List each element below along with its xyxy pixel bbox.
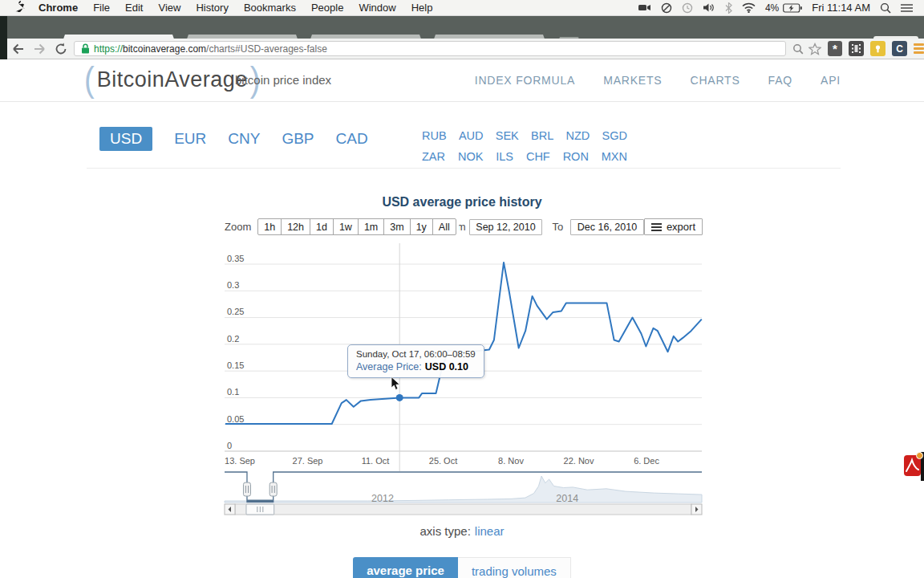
extension-colorzilla-icon[interactable]: C [892, 41, 907, 56]
menu-chrome[interactable]: Chrome [38, 2, 78, 14]
currency-link-sgd[interactable]: SGD [602, 129, 627, 142]
zoom-button-all[interactable]: All [432, 218, 456, 235]
currency-link-aud[interactable]: AUD [459, 129, 484, 142]
y-axis-label: 0 [227, 441, 232, 450]
zoom-button-1y[interactable]: 1y [410, 218, 433, 235]
currency-tab-gbp[interactable]: GBP [282, 130, 314, 148]
zoom-button-1d[interactable]: 1d [310, 218, 334, 235]
browser-tab-strip: BUSD charts | BitcoinAverag×BUSD charts … [0, 16, 924, 39]
menu-file[interactable]: File [93, 2, 110, 14]
currency-link-nzd[interactable]: NZD [565, 129, 590, 142]
currency-link-nok[interactable]: NOK [458, 150, 483, 163]
currency-link-mxn[interactable]: MXN [602, 150, 627, 163]
currency-tab-eur[interactable]: EUR [174, 130, 206, 148]
pdf-dock[interactable] [904, 452, 924, 481]
forward-button[interactable] [33, 43, 47, 55]
navigator-handle-right[interactable] [270, 482, 277, 496]
chrome-menu-button[interactable] [914, 43, 924, 54]
menu-clock[interactable]: Fri 11:14 AM [812, 2, 870, 14]
site-nav: INDEX FORMULAMARKETSCHARTSFAQAPI [475, 74, 841, 87]
currency-link-brl[interactable]: BRL [531, 129, 553, 142]
zoom-button-3m[interactable]: 3m [383, 218, 410, 235]
nav-api[interactable]: API [821, 74, 841, 87]
menu-help[interactable]: Help [411, 2, 433, 14]
currency-tab-cad[interactable]: CAD [336, 130, 368, 148]
currency-link-sek[interactable]: SEK [496, 129, 519, 142]
navigator-area [225, 476, 702, 503]
nav-charts[interactable]: CHARTS [691, 74, 740, 87]
menu-edit[interactable]: Edit [125, 2, 143, 14]
menu-window[interactable]: Window [359, 2, 395, 14]
y-axis-label: 0.05 [227, 414, 244, 424]
scrollbar-track[interactable] [235, 504, 691, 515]
apple-menu-icon[interactable] [14, 1, 25, 15]
do-not-disturb-icon[interactable] [661, 2, 672, 14]
nav-index-formula[interactable]: INDEX FORMULA [475, 74, 576, 87]
currency-tabs-main: USDEURCNYGBPCAD [99, 130, 368, 148]
volume-icon[interactable] [703, 2, 715, 13]
bluetooth-icon[interactable] [725, 2, 732, 14]
price-marker[interactable] [396, 394, 403, 401]
export-menu-icon [651, 223, 662, 231]
battery-status[interactable]: 4% [765, 2, 802, 14]
navigator-handle-left[interactable] [243, 482, 250, 496]
x-axis-label: 6. Dec [634, 456, 659, 466]
menu-view[interactable]: View [158, 2, 180, 14]
from-label: From [459, 221, 466, 233]
from-date-input[interactable]: Sep 12, 2010 [469, 219, 543, 235]
nav-faq[interactable]: FAQ [768, 74, 792, 87]
lock-icon [81, 43, 90, 54]
x-axis-label: 11. Oct [362, 456, 390, 466]
zoom-button-12h[interactable]: 12h [281, 218, 310, 235]
currency-link-ron[interactable]: RON [563, 150, 589, 163]
url-text: https://bitcoinaverage.com/charts#USD-av… [94, 43, 327, 55]
notification-center-icon[interactable] [901, 3, 913, 13]
navigator-selected-range[interactable] [247, 500, 274, 503]
axis-type-link[interactable]: linear [475, 524, 505, 538]
extension-password-icon[interactable] [870, 41, 886, 56]
screen-mirroring-icon[interactable] [638, 3, 651, 13]
currency-link-ils[interactable]: ILS [496, 150, 513, 163]
currency-link-chf[interactable]: CHF [526, 150, 550, 163]
to-date-input[interactable]: Dec 16, 2010 [570, 219, 644, 235]
zoom-button-1m[interactable]: 1m [358, 218, 384, 235]
page-zoom-icon[interactable] [792, 43, 804, 55]
back-button[interactable] [11, 43, 25, 55]
tooltip-date: Sunday, Oct 17, 06:00–08:59 [356, 349, 476, 359]
extension-evernote-icon[interactable]: * [828, 41, 843, 56]
tab-average-price[interactable]: average price [353, 557, 458, 578]
currency-link-zar[interactable]: ZAR [422, 150, 445, 163]
nav-markets[interactable]: MARKETS [603, 74, 662, 87]
menu-people[interactable]: People [311, 2, 343, 14]
bottom-tab-bar: average price trading volumes [0, 557, 924, 578]
price-chart[interactable]: 00.050.10.150.20.250.30.3513. Sep27. Sep… [217, 239, 710, 520]
url-host: bitcoinaverage.com [123, 43, 206, 55]
zoom-button-1w[interactable]: 1w [333, 218, 359, 235]
bitcoinaverage-logo[interactable]: ( BitcoinAverage ) [84, 64, 260, 95]
currency-tab-usd[interactable]: USD [99, 127, 152, 151]
reload-button[interactable] [55, 43, 67, 55]
tab-trading-volumes[interactable]: trading volumes [458, 557, 571, 578]
pdf-badge [916, 452, 923, 459]
tooltip-value: USD 0.10 [425, 361, 468, 372]
extension-screencast-icon[interactable] [849, 41, 864, 56]
zoom-button-1h[interactable]: 1h [257, 218, 282, 235]
logo-text: BitcoinAverage [95, 67, 250, 92]
menu-history[interactable]: History [196, 2, 228, 14]
wifi-icon[interactable] [742, 2, 756, 13]
url-path: /charts#USD-averages-false [206, 43, 327, 55]
range-selector: Zoom 1h12h1d1w1m3m1yAll From Sep 12, 201… [225, 218, 703, 236]
site-tagline: bitcoin price index [235, 73, 331, 87]
bookmark-star-icon[interactable] [808, 43, 821, 55]
spotlight-icon[interactable] [880, 2, 891, 14]
export-button[interactable]: export [644, 218, 703, 235]
menu-bookmarks[interactable]: Bookmarks [244, 2, 296, 14]
macos-menu-bar: ChromeFileEditViewHistoryBookmarksPeople… [0, 0, 924, 16]
menu-items: ChromeFileEditViewHistoryBookmarksPeople… [0, 1, 432, 15]
time-machine-icon[interactable] [682, 2, 693, 14]
to-label: To [552, 221, 563, 233]
address-bar[interactable]: https://bitcoinaverage.com/charts#USD-av… [74, 41, 786, 56]
currency-tab-cny[interactable]: CNY [228, 130, 260, 148]
currency-link-rub[interactable]: RUB [422, 129, 447, 142]
chart-tooltip: Sunday, Oct 17, 06:00–08:59 Average Pric… [347, 344, 484, 378]
